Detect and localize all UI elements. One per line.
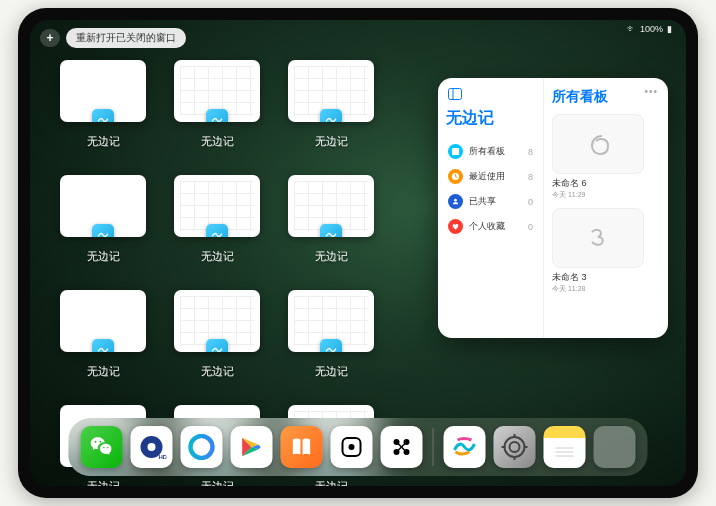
status-bar: ᯤ 100% ▮	[627, 24, 672, 34]
wechat-app-icon[interactable]	[81, 426, 123, 468]
freeform-badge-icon	[320, 109, 342, 122]
books-app-icon[interactable]	[281, 426, 323, 468]
category-count: 0	[528, 222, 533, 232]
thumbnail-preview	[174, 175, 260, 237]
window-thumbnail[interactable]: 无边记	[174, 175, 260, 264]
settings-app-icon[interactable]	[494, 426, 536, 468]
freeform-badge-icon	[92, 224, 114, 237]
board-name: 未命名 3	[552, 271, 660, 284]
game-app-icon[interactable]	[331, 426, 373, 468]
category-count: 8	[528, 147, 533, 157]
thumbnail-preview	[60, 175, 146, 237]
freeform-badge-icon	[92, 339, 114, 352]
window-thumbnail[interactable]: 无边记	[60, 175, 146, 264]
freeform-badge-icon	[320, 339, 342, 352]
category-item[interactable]: 个人收藏 0	[446, 214, 535, 239]
top-bar: + 重新打开已关闭的窗口	[40, 28, 186, 48]
window-thumbnail[interactable]: 无边记	[288, 175, 374, 264]
board-preview	[552, 114, 644, 174]
freeform-app-icon[interactable]	[444, 426, 486, 468]
panel-content: 所有看板 未命名 6 今天 11:29 未命名 3 今天 11:28	[544, 78, 668, 338]
category-icon	[448, 144, 463, 159]
svg-point-11	[349, 444, 355, 450]
window-thumbnail[interactable]: 无边记	[60, 60, 146, 149]
freeform-badge-icon	[206, 224, 228, 237]
window-thumbnail[interactable]: 无边记	[60, 290, 146, 379]
thumbnail-label: 无边记	[315, 364, 348, 379]
board-date: 今天 11:29	[552, 190, 660, 200]
svg-point-4	[454, 199, 457, 202]
category-count: 0	[528, 197, 533, 207]
thumbnail-preview	[174, 60, 260, 122]
reopen-closed-window-button[interactable]: 重新打开已关闭的窗口	[66, 28, 186, 48]
board-name: 未命名 6	[552, 177, 660, 190]
add-button[interactable]: +	[40, 29, 60, 47]
category-label: 个人收藏	[469, 220, 505, 233]
category-count: 8	[528, 172, 533, 182]
thumbnail-label: 无边记	[87, 479, 120, 486]
board-item[interactable]: 未命名 3 今天 11:28	[552, 208, 660, 294]
wifi-icon: ᯤ	[627, 24, 636, 34]
category-item[interactable]: 所有看板 8	[446, 139, 535, 164]
panel-title: 无边记	[446, 108, 535, 129]
freeform-badge-icon	[92, 109, 114, 122]
notes-app-icon[interactable]	[544, 426, 586, 468]
window-thumbnail[interactable]: 无边记	[288, 290, 374, 379]
battery-text: 100%	[640, 24, 663, 34]
dock-separator	[433, 428, 434, 466]
window-thumbnail[interactable]: 无边记	[174, 290, 260, 379]
svg-rect-0	[449, 89, 462, 100]
app-folder-icon[interactable]	[594, 426, 636, 468]
play-app-icon[interactable]	[231, 426, 273, 468]
battery-icon: ▮	[667, 24, 672, 34]
board-date: 今天 11:28	[552, 284, 660, 294]
svg-point-9	[191, 436, 213, 458]
freeform-badge-icon	[206, 109, 228, 122]
freeform-badge-icon	[206, 339, 228, 352]
thumbnail-label: 无边记	[315, 134, 348, 149]
thumbnail-label: 无边记	[315, 479, 348, 486]
window-thumbnail[interactable]: 无边记	[174, 60, 260, 149]
category-label: 已共享	[469, 195, 496, 208]
board-item[interactable]: 未命名 6 今天 11:29	[552, 114, 660, 200]
sidebar-toggle-icon[interactable]	[448, 88, 462, 103]
svg-text:HD: HD	[159, 454, 167, 460]
thumbnail-preview	[60, 60, 146, 122]
category-label: 所有看板	[469, 145, 505, 158]
category-label: 最近使用	[469, 170, 505, 183]
svg-point-19	[510, 442, 520, 452]
freeform-badge-icon	[320, 224, 342, 237]
quark-app-icon[interactable]: HD	[131, 426, 173, 468]
thumbnail-label: 无边记	[87, 134, 120, 149]
thumbnail-label: 无边记	[315, 249, 348, 264]
thumbnail-label: 无边记	[87, 364, 120, 379]
svg-point-6	[148, 443, 156, 451]
screen: ᯤ 100% ▮ + 重新打开已关闭的窗口 无边记 无边记 无边记 无边记 无边…	[30, 20, 686, 486]
category-item[interactable]: 最近使用 8	[446, 164, 535, 189]
category-icon	[448, 219, 463, 234]
board-preview	[552, 208, 644, 268]
thumbnail-preview	[174, 290, 260, 352]
thumbnail-label: 无边记	[201, 364, 234, 379]
misc-app-icon[interactable]	[381, 426, 423, 468]
svg-rect-2	[452, 148, 459, 155]
thumbnail-preview	[288, 175, 374, 237]
thumbnail-label: 无边记	[201, 249, 234, 264]
thumbnail-label: 无边记	[201, 479, 234, 486]
panel-sidebar: 无边记 所有看板 8 最近使用 8 已共享 0 个人收藏 0	[438, 78, 544, 338]
window-thumbnail[interactable]: 无边记	[288, 60, 374, 149]
thumbnail-preview	[60, 290, 146, 352]
more-icon[interactable]: •••	[644, 86, 658, 97]
thumbnail-preview	[288, 290, 374, 352]
browser-app-icon[interactable]	[181, 426, 223, 468]
category-item[interactable]: 已共享 0	[446, 189, 535, 214]
freeform-panel[interactable]: ••• 无边记 所有看板 8 最近使用 8 已共享 0 个人收藏 0 所有看板 …	[438, 78, 668, 338]
category-icon	[448, 169, 463, 184]
ipad-frame: ᯤ 100% ▮ + 重新打开已关闭的窗口 无边记 无边记 无边记 无边记 无边…	[18, 8, 698, 498]
category-icon	[448, 194, 463, 209]
dock: HD	[69, 418, 648, 476]
thumbnail-label: 无边记	[201, 134, 234, 149]
thumbnail-preview	[288, 60, 374, 122]
thumbnail-label: 无边记	[87, 249, 120, 264]
svg-point-18	[505, 437, 525, 457]
